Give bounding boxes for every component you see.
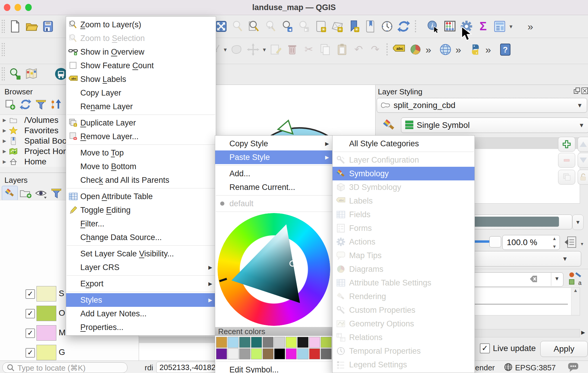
move-symbol-up-button[interactable] (578, 137, 588, 152)
refresh-button[interactable] (395, 18, 412, 35)
menu-item-temporal-properties[interactable]: Temporal Properties (333, 344, 474, 358)
new-3d-view-button[interactable]: ✳ (329, 18, 346, 35)
map-colored-button[interactable] (23, 66, 40, 82)
opacity-slider-handle[interactable] (489, 236, 501, 247)
menu-item-forms[interactable]: Forms (333, 221, 474, 235)
remove-symbol-layer-button[interactable] (558, 153, 575, 168)
lock-symbol-button[interactable] (578, 170, 588, 185)
style-manager-icon[interactable]: a (568, 271, 583, 288)
menu-item-layer-configuration[interactable]: Layer Configuration (333, 153, 474, 167)
layer-visibility-checkbox[interactable]: ✓ (25, 348, 35, 358)
menu-item-diagrams[interactable]: Diagrams (333, 262, 474, 276)
menu-item-custom-properties[interactable]: Custom Properties (333, 303, 474, 317)
menu-item-export[interactable]: Export ▶ (66, 277, 216, 291)
recent-color-swatch[interactable] (251, 337, 262, 348)
toolbar-grip[interactable] (1, 67, 5, 81)
spin-up-icon[interactable]: ▲ (552, 236, 557, 241)
menu-item-styles[interactable]: Styles ▶ (66, 293, 216, 307)
menu-item-change-data-source[interactable]: Change Data Source... (66, 231, 216, 244)
recent-color-swatch[interactable] (286, 337, 297, 348)
list-scrollbar[interactable]: ▲ (571, 288, 580, 315)
menu-item-add[interactable]: Add... (215, 167, 333, 180)
menu-item-3d-symbology[interactable]: 3D Symbology (333, 180, 474, 194)
zoom-next-button[interactable]: ▶ (296, 18, 312, 35)
chevron-down-icon[interactable]: ▾ (261, 46, 267, 53)
menu-item-default[interactable]: default (215, 197, 333, 210)
funnel-button[interactable] (33, 97, 49, 112)
edit-table-button[interactable] (267, 41, 284, 58)
add-group-button[interactable] (18, 186, 33, 200)
menu-item-move-to-top[interactable]: Move to Top (66, 146, 216, 160)
close-panel-icon[interactable] (581, 87, 588, 96)
menu-item-rename-layer[interactable]: Rename Layer (66, 100, 216, 113)
help-button[interactable]: ? (497, 41, 514, 58)
temporal-button[interactable] (379, 18, 395, 35)
recent-color-swatch[interactable] (309, 348, 320, 359)
bookmark-new-button[interactable]: ✳ (346, 18, 362, 35)
cut-button[interactable]: ✂ (301, 41, 317, 58)
layer-row-g[interactable]: ✓ G (0, 343, 139, 362)
menu-item-attribute-table-settings[interactable]: Attribute Table Settings (333, 276, 474, 290)
zoom-green-button[interactable] (7, 66, 23, 82)
eye-button[interactable] (33, 186, 49, 200)
menu-item-show-in-overview[interactable]: Show in Overview (66, 45, 216, 59)
menu-item-labels[interactable]: abc Labels (333, 194, 474, 208)
menu-item-fields[interactable]: Fields (333, 208, 474, 221)
move-f-button[interactable] (245, 41, 261, 58)
toolbar-grip[interactable] (1, 42, 5, 57)
menu-item-set-layer-scale-visibility[interactable]: Set Layer Scale Visibility... (66, 247, 216, 261)
menu-item-duplicate-layer[interactable]: ✳ Duplicate Layer (66, 116, 216, 130)
recent-color-swatch[interactable] (274, 348, 285, 359)
refresh-button[interactable] (18, 97, 33, 112)
open-folder-button[interactable] (23, 18, 40, 35)
bookmark-show-button[interactable] (362, 18, 379, 35)
scroll-up-icon[interactable]: ▲ (573, 288, 578, 293)
layout-list-button[interactable] (491, 18, 508, 35)
layer-visibility-checkbox[interactable]: ✓ (25, 328, 35, 338)
float-panel-icon[interactable] (573, 87, 581, 96)
styling-dock-button[interactable] (2, 186, 18, 201)
sigma-button[interactable]: Σ (475, 18, 491, 35)
recent-color-swatch[interactable] (309, 337, 320, 348)
zoom-last-button[interactable]: ◀ (279, 18, 296, 35)
opacity-spinbox[interactable]: 100.0 % ▲ ▼ (502, 235, 560, 250)
recent-color-swatch[interactable] (251, 348, 262, 359)
menu-item-rename-current[interactable]: Rename Current... (215, 180, 333, 194)
color-wheel[interactable] (218, 213, 330, 326)
layer-visibility-checkbox[interactable]: ✓ (25, 309, 35, 318)
zoom-layer-button[interactable] (246, 18, 263, 35)
messages-bubble-icon[interactable] (568, 363, 579, 373)
menu-item-check-and-all-its-parents[interactable]: Check and All its Parents (66, 173, 216, 187)
chevron-down-icon[interactable]: ▾ (508, 23, 514, 30)
menu-item-show-feature-count[interactable]: Show Feature Count (66, 59, 216, 72)
menu-item-all-style-categories[interactable]: All Style Categories (333, 137, 474, 150)
locate-search-field[interactable]: Type to locate (⌘K) (2, 362, 127, 373)
recent-color-swatch[interactable] (263, 337, 274, 348)
menu-item-geometry-options[interactable]: Geometry Options (333, 317, 474, 331)
menu-item-zoom-to-layer-s[interactable]: Zoom to Layer(s) (66, 18, 216, 31)
clear-field-icon[interactable] (527, 274, 538, 285)
new-map-view-button[interactable]: ✳ (312, 18, 329, 35)
spin-down-icon[interactable]: ▼ (552, 244, 557, 249)
recent-color-swatch[interactable] (321, 337, 332, 348)
recent-color-swatch[interactable] (228, 337, 239, 348)
menu-item-add-layer-notes[interactable]: Add Layer Notes... (66, 307, 216, 320)
funnel2-button[interactable] (49, 186, 64, 200)
toolbar-overflow-button[interactable]: » (454, 44, 463, 55)
python-button[interactable] (467, 41, 484, 58)
blob-button[interactable] (228, 41, 245, 58)
save-button[interactable] (40, 18, 56, 35)
canvas-scrollbar[interactable] (139, 337, 216, 343)
menu-item-paste-style[interactable]: Paste Style ▶ (215, 150, 333, 164)
recent-color-swatch[interactable] (286, 348, 297, 359)
menu-item-relations[interactable]: Relations (333, 331, 474, 344)
recent-color-swatch[interactable] (321, 348, 332, 359)
toolbar-overflow-button[interactable]: » (424, 44, 433, 55)
expand-arrow-icon[interactable]: ▶ (0, 138, 9, 144)
menu-item-layer-crs[interactable]: Layer CRS ▶ (66, 261, 216, 274)
recent-color-swatch[interactable] (216, 337, 227, 348)
paste-button[interactable] (334, 41, 350, 58)
expand-arrow-icon[interactable]: ▶ (0, 118, 9, 123)
recent-color-swatch[interactable] (239, 337, 250, 348)
trash-button[interactable] (284, 41, 301, 58)
